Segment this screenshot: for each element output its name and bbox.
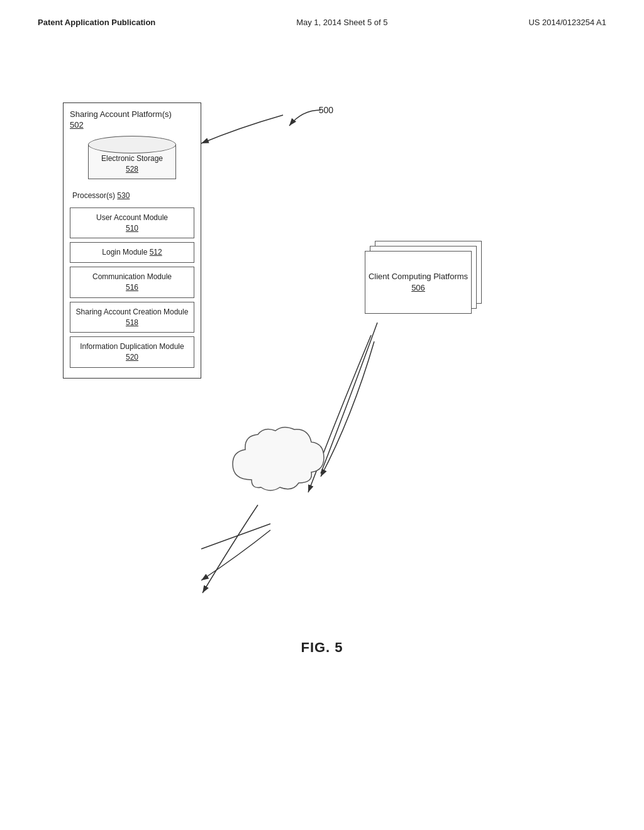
header-left: Patent Application Publication <box>38 18 155 27</box>
cylinder-container: Electronic Storage 528 <box>88 136 176 180</box>
client-box-label: Client Computing Platforms 506 <box>365 251 472 314</box>
diagram-area: 500 Sharing Account Platform(s) 502 Elec… <box>0 65 644 694</box>
cylinder-shape: Electronic Storage 528 <box>88 136 176 180</box>
header-right: US 2014/0123254 A1 <box>528 18 606 27</box>
module-user-account: User Account Module 510 <box>70 208 194 239</box>
figure-label: FIG. 5 <box>0 639 644 656</box>
cylinder-label: Electronic Storage 528 <box>88 153 176 175</box>
header-center: May 1, 2014 Sheet 5 of 5 <box>296 18 387 27</box>
svg-line-0 <box>201 524 270 549</box>
processor-text: Processor(s) 530 <box>70 187 194 204</box>
diagram-500-label: 500 <box>283 104 333 138</box>
platform-outer-box: Sharing Account Platform(s) 502 Electron… <box>63 102 201 379</box>
platform-label: Sharing Account Platform(s) 502 <box>70 109 194 131</box>
module-communication: Communication Module 516 <box>70 267 194 298</box>
cloud-shape <box>226 423 327 501</box>
cylinder-top <box>88 136 176 153</box>
module-sharing-account-creation: Sharing Account Creation Module 518 <box>70 302 194 333</box>
module-login: Login Module 512 <box>70 242 194 263</box>
label-500: 500 <box>319 105 333 115</box>
page-header: Patent Application Publication May 1, 20… <box>0 0 644 27</box>
module-information-duplication: Information Duplication Module 520 <box>70 336 194 368</box>
